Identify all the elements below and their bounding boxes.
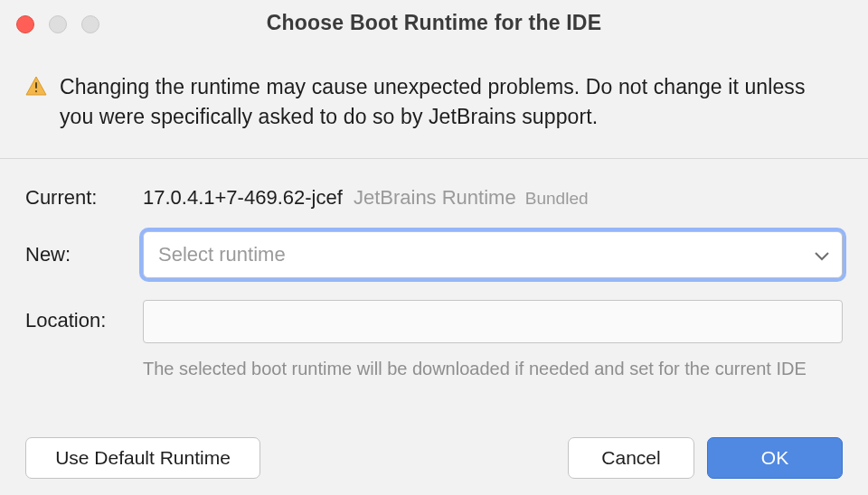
zoom-icon bbox=[81, 15, 99, 33]
warning-icon bbox=[25, 76, 47, 99]
use-default-runtime-button[interactable]: Use Default Runtime bbox=[25, 437, 260, 479]
current-row: Current: 17.0.4.1+7-469.62-jcef JetBrain… bbox=[25, 186, 843, 210]
window-title: Choose Boot Runtime for the IDE bbox=[0, 11, 868, 35]
window-controls bbox=[16, 15, 99, 33]
svg-rect-1 bbox=[35, 90, 37, 92]
current-vendor: JetBrains Runtime bbox=[354, 186, 516, 209]
title-bar: Choose Boot Runtime for the IDE bbox=[0, 0, 868, 45]
ok-button[interactable]: OK bbox=[707, 437, 843, 479]
location-row: Location: The selected boot runtime will… bbox=[25, 300, 843, 382]
chevron-down-icon bbox=[815, 243, 829, 266]
dialog-body: Changing the runtime may cause unexpecte… bbox=[0, 45, 868, 382]
warning-banner: Changing the runtime may cause unexpecte… bbox=[25, 72, 843, 158]
cancel-button[interactable]: Cancel bbox=[568, 437, 694, 479]
current-label: Current: bbox=[25, 186, 143, 210]
dialog-window: Choose Boot Runtime for the IDE Changing… bbox=[0, 0, 868, 495]
location-input[interactable] bbox=[143, 300, 843, 343]
runtime-select-placeholder: Select runtime bbox=[158, 243, 286, 266]
dialog-footer: Use Default Runtime Cancel OK bbox=[0, 421, 868, 495]
close-icon[interactable] bbox=[16, 15, 34, 33]
svg-rect-0 bbox=[35, 82, 37, 89]
current-version: 17.0.4.1+7-469.62-jcef bbox=[143, 186, 343, 209]
warning-text: Changing the runtime may cause unexpecte… bbox=[60, 72, 843, 133]
location-label: Location: bbox=[25, 300, 143, 332]
form: Current: 17.0.4.1+7-469.62-jcef JetBrain… bbox=[25, 159, 843, 382]
new-row: New: Select runtime bbox=[25, 231, 843, 278]
current-value: 17.0.4.1+7-469.62-jcef JetBrains Runtime… bbox=[143, 186, 843, 210]
current-bundled: Bundled bbox=[525, 189, 589, 208]
new-label: New: bbox=[25, 243, 143, 266]
location-hint: The selected boot runtime will be downlo… bbox=[143, 356, 843, 382]
runtime-select[interactable]: Select runtime bbox=[143, 231, 843, 278]
minimize-icon bbox=[49, 15, 67, 33]
